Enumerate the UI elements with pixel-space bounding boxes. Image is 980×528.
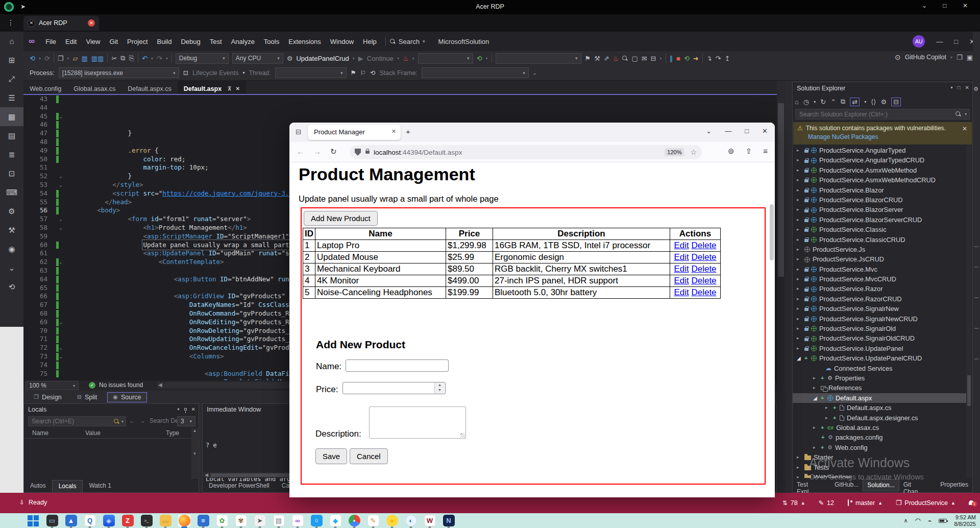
taskbar-app-icon[interactable]: ◆: [329, 514, 342, 527]
preview-icon[interactable]: ⊟: [891, 98, 901, 106]
taskbar-app-icon[interactable]: ●: [385, 514, 399, 527]
panel-tab[interactable]: Locals: [52, 480, 83, 492]
panel-tab[interactable]: Developer PowerShell: [203, 480, 276, 492]
rail-icon[interactable]: ⤢: [0, 69, 23, 88]
continue-button[interactable]: Continue: [367, 55, 394, 62]
restart-icon[interactable]: ⟲: [477, 55, 482, 62]
battery-icon[interactable]: [939, 519, 947, 523]
document-tab[interactable]: Default.aspx.cs: [121, 81, 177, 94]
power-icon[interactable]: ⌁: [928, 517, 932, 524]
splitter[interactable]: [785, 81, 792, 493]
locals-column-headers[interactable]: Name Value Type: [24, 428, 191, 439]
tree-item[interactable]: ▸ ProductService.Js: [793, 245, 966, 254]
close-icon[interactable]: ✕: [762, 127, 768, 135]
notifications[interactable]: 1: [969, 500, 974, 505]
editor-vertical-scrollbar[interactable]: [777, 81, 785, 493]
share-icon[interactable]: ⇧: [746, 147, 752, 156]
restart-debug-icon[interactable]: ⟲: [684, 55, 690, 62]
view-button[interactable]: ❐ Design: [29, 393, 67, 402]
close-tab-icon[interactable]: ✕: [235, 86, 239, 91]
tracking-protection-icon[interactable]: [355, 149, 361, 156]
solution-explorer-scrollbar[interactable]: [966, 146, 972, 478]
fold-icon[interactable]: ⌄: [59, 352, 66, 361]
code-line[interactable]: 44: [23, 104, 777, 112]
layout-icon[interactable]: ▣: [967, 54, 973, 61]
delete-link[interactable]: Delete: [691, 252, 716, 262]
close-icon[interactable]: ✕: [191, 406, 195, 412]
refresh-icon[interactable]: ↻: [820, 98, 826, 106]
locals-scrollbar[interactable]: ▲▼: [191, 428, 198, 479]
tree-item[interactable]: ▸ ProductService.ClassicCRUD: [793, 235, 966, 245]
properties-icon[interactable]: ⚙: [880, 98, 887, 106]
code-line[interactable]: 45 ⌄ .error {: [23, 112, 777, 121]
pin-icon[interactable]: [184, 408, 187, 411]
document-tab[interactable]: Default.aspx: [178, 81, 228, 94]
configuration-dropdown[interactable]: Debug▾: [176, 53, 229, 64]
locals-search[interactable]: ▾: [28, 416, 126, 426]
taskbar-app-icon[interactable]: >_: [140, 514, 153, 527]
document-tab[interactable]: Web.config: [23, 81, 67, 94]
column-header[interactable]: Type: [166, 429, 179, 437]
tree-item[interactable]: ▸+⚙ Web.config: [793, 443, 966, 452]
panel-tab[interactable]: Watch 1: [83, 480, 117, 492]
delete-link[interactable]: Delete: [691, 264, 716, 274]
tree-item[interactable]: ▸ ProductService.BlazorServer: [793, 205, 966, 214]
minimize-icon[interactable]: —: [725, 127, 731, 135]
code-line[interactable]: 43 }: [23, 95, 777, 104]
pause-icon[interactable]: ∥: [670, 55, 673, 62]
taskbar-app-icon[interactable]: N: [442, 514, 455, 527]
zoom-badge[interactable]: 120%: [665, 148, 684, 156]
tree-item[interactable]: ▸ ProductService.Blazor: [793, 185, 966, 195]
taskbar-app-icon[interactable]: ▭: [45, 514, 59, 527]
menu-item[interactable]: View: [81, 36, 105, 47]
taskbar-app-icon[interactable]: Q: [83, 514, 96, 527]
tree-item[interactable]: ▸ ProductService.Classic: [793, 225, 966, 234]
loop-icon[interactable]: ⟲: [370, 69, 375, 77]
solution-search-input[interactable]: [796, 111, 955, 118]
window-menu-icon[interactable]: ▾: [178, 407, 180, 412]
delete-link[interactable]: Delete: [691, 276, 716, 285]
feedback-icon[interactable]: ❐: [957, 54, 963, 61]
paste-icon[interactable]: ⎘: [129, 54, 134, 62]
stack-frame-dropdown[interactable]: ▾: [422, 67, 529, 78]
rail-icon[interactable]: ≣: [0, 145, 23, 164]
taskbar-app-icon[interactable]: [178, 514, 191, 527]
taskbar-app-icon[interactable]: Z: [121, 514, 134, 527]
tree-item[interactable]: +⚙ packages.config: [793, 433, 966, 442]
home-icon[interactable]: ⌂: [795, 98, 799, 106]
column-header[interactable]: Value: [85, 429, 101, 437]
navigate-back-icon[interactable]: ⟲: [30, 55, 35, 62]
view-button[interactable]: ◉ Source: [107, 392, 146, 402]
taskbar-app-icon[interactable]: ✾: [234, 514, 248, 527]
tree-item[interactable]: ▸ ProductService.Razor: [793, 284, 966, 294]
description-textarea[interactable]: [369, 406, 466, 439]
menu-item[interactable]: File: [41, 36, 61, 47]
step-out-icon[interactable]: ↥: [725, 55, 730, 62]
rdp-tab-close-icon[interactable]: ✕: [88, 19, 95, 27]
menu-item[interactable]: Git: [105, 36, 122, 47]
window-menu-icon[interactable]: ▾: [951, 85, 953, 90]
rail-icon[interactable]: ⊞: [0, 51, 23, 69]
tree-item[interactable]: ▸ ProductService.SignalrOld: [793, 324, 966, 333]
git-branch[interactable]: master▲: [847, 499, 883, 507]
rail-icon[interactable]: ⌨: [0, 183, 23, 202]
hot-reload-icon[interactable]: ♨: [403, 55, 409, 62]
undo-icon[interactable]: ↶: [142, 55, 148, 62]
fold-icon[interactable]: ⌄: [59, 258, 66, 267]
tree-item[interactable]: ◢+ ProductService.UpdatePanelCRUD: [793, 353, 966, 363]
menu-item[interactable]: Help: [358, 36, 381, 47]
list-tabs-icon[interactable]: ⌄: [706, 127, 712, 135]
thread-dropdown[interactable]: ▾: [275, 67, 347, 78]
tools-icon[interactable]: ⚒: [594, 55, 600, 62]
dash-icon[interactable]: ⊟: [651, 55, 656, 62]
taskbar-clock[interactable]: 9:52 AM 8/8/2025: [954, 514, 976, 527]
save-icon[interactable]: ▥: [82, 55, 88, 62]
rail-icon[interactable]: ⟲: [0, 277, 23, 296]
edit-link[interactable]: Edit: [674, 276, 689, 285]
tree-item[interactable]: ▸ ProductService.AngularTypedCRUD: [793, 155, 966, 165]
close-icon[interactable]: ✕: [965, 85, 969, 90]
taskbar-app-icon[interactable]: ✎: [366, 514, 380, 527]
pending-edits[interactable]: ✎12: [819, 499, 834, 507]
fold-icon[interactable]: ⌄: [59, 181, 66, 189]
show-next-statement-icon[interactable]: ➜: [693, 55, 699, 62]
